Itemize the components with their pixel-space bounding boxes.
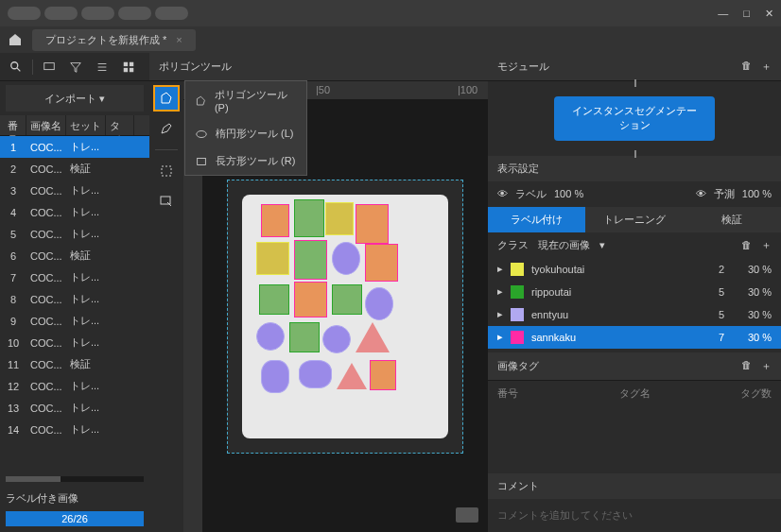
add-icon[interactable]: ＋ [761, 359, 772, 373]
dropdown-icon[interactable]: ▾ [599, 239, 605, 251]
module-label: モジュール [497, 60, 549, 74]
image-row[interactable]: 5COC...トレ... [0, 223, 149, 245]
scrollbar[interactable] [6, 476, 144, 482]
select-tool[interactable] [153, 158, 180, 184]
tag-col-num: 番号 [497, 386, 554, 401]
grid-icon[interactable] [118, 57, 139, 77]
edit-tool[interactable] [153, 115, 180, 142]
tabbar: プロジェクトを新規作成 * × [0, 26, 781, 53]
image-row[interactable]: 6COC...検証 [0, 245, 149, 266]
svg-rect-6 [124, 61, 128, 65]
comment-header: コメント [488, 473, 781, 499]
svg-rect-7 [130, 61, 133, 65]
class-label: クラス [497, 238, 529, 252]
image-row[interactable]: 2COC...検証 [0, 158, 149, 180]
class-row[interactable]: ▸enntyuu530 % [488, 303, 781, 326]
eye-icon[interactable]: 👁 [696, 188, 706, 199]
right-panel: モジュール 🗑 ＋ インスタンスセグメンテーション 表示設定 👁 ラベル 100… [488, 53, 781, 532]
tag-col-cnt: タグ数 [715, 386, 772, 401]
image-row[interactable]: 8COC...トレ... [0, 288, 149, 310]
pred-text: 予測 [714, 187, 735, 201]
keyboard-icon[interactable] [456, 507, 478, 523]
tag-col-name: タグ名 [554, 386, 715, 401]
svg-rect-13 [198, 158, 206, 164]
class-scope[interactable]: 現在の画像 [538, 238, 590, 252]
svg-point-12 [197, 130, 207, 137]
label-pct: 100 % [554, 188, 583, 199]
delete-icon[interactable]: 🗑 [741, 239, 752, 250]
add-icon[interactable]: ＋ [761, 60, 772, 74]
pointer-tool[interactable] [153, 188, 180, 215]
tool-dropdown: ポリゴンツール (P) 楕円形ツール (L) 長方形ツール (R) [184, 80, 307, 176]
image[interactable] [227, 180, 463, 454]
display-settings-header: 表示設定 [488, 156, 781, 181]
image-row[interactable]: 13COC...トレ... [0, 397, 149, 419]
class-row[interactable]: ▸rippoutai530 % [488, 281, 781, 303]
polygon-tool[interactable] [153, 85, 180, 112]
image-row[interactable]: 10COC...トレ... [0, 332, 149, 353]
image-row[interactable]: 12COC...トレ... [0, 375, 149, 397]
titlebar: — □ ✕ [0, 0, 781, 26]
tab-training[interactable]: トレーニング [585, 207, 683, 232]
image-list: 1COC...トレ...2COC...検証3COC...トレ...4COC...… [0, 136, 149, 472]
list-icon[interactable] [92, 57, 113, 77]
progress-bar: 26/26 [6, 511, 144, 526]
svg-rect-10 [162, 166, 171, 176]
tab-close-icon[interactable]: × [176, 34, 182, 45]
tool-name: ポリゴンツール [159, 60, 232, 74]
home-icon[interactable] [8, 32, 23, 47]
delete-icon[interactable]: 🗑 [741, 359, 752, 373]
labeled-images-label: ラベル付き画像 [6, 491, 144, 506]
left-panel: インポート ▾ 番号 画像名 セット タグ 1COC...トレ...2COC..… [0, 53, 149, 532]
comment-input[interactable]: コメントを追加してください [488, 499, 781, 532]
class-row[interactable]: ▸sannkaku730 % [488, 326, 781, 349]
pill [8, 7, 41, 20]
pill [118, 7, 151, 20]
pill [155, 7, 188, 20]
import-button[interactable]: インポート ▾ [6, 85, 144, 112]
tray [242, 195, 448, 438]
col-num[interactable]: 番号 [0, 115, 26, 135]
svg-rect-8 [124, 67, 128, 71]
image-row[interactable]: 3COC...トレ... [0, 180, 149, 201]
image-row[interactable]: 11COC...検証 [0, 353, 149, 375]
pred-pct: 100 % [742, 188, 772, 199]
image-row[interactable]: 7COC...トレ... [0, 266, 149, 288]
class-row[interactable]: ▸tyokuhoutai230 % [488, 258, 781, 281]
filter-icon[interactable] [39, 57, 60, 77]
tab-labeling[interactable]: ラベル付け [488, 207, 585, 232]
image-list-header: 番号 画像名 セット タグ [0, 115, 149, 136]
tab-title: プロジェクトを新規作成 * [45, 33, 166, 47]
minimize-button[interactable]: — [718, 8, 728, 20]
tab-validation[interactable]: 検証 [684, 207, 781, 232]
pill [81, 7, 114, 20]
svg-line-1 [17, 67, 21, 71]
maximize-button[interactable]: □ [743, 8, 750, 20]
dd-rect[interactable]: 長方形ツール (R) [185, 147, 306, 175]
col-name[interactable]: 画像名 [26, 115, 66, 135]
toolbar [149, 81, 183, 532]
dd-polygon[interactable]: ポリゴンツール (P) [185, 81, 306, 120]
col-set[interactable]: セット [66, 115, 106, 135]
search-icon[interactable] [6, 57, 26, 77]
close-button[interactable]: ✕ [765, 8, 773, 20]
svg-rect-2 [44, 62, 55, 69]
image-row[interactable]: 4COC...トレ... [0, 201, 149, 223]
dd-ellipse[interactable]: 楕円形ツール (L) [185, 120, 306, 147]
class-list: ▸tyokuhoutai230 %▸rippoutai530 %▸enntyuu… [488, 258, 781, 349]
delete-icon[interactable]: 🗑 [741, 60, 752, 74]
funnel-icon[interactable] [65, 57, 86, 77]
pill [44, 7, 78, 20]
eye-icon[interactable]: 👁 [497, 188, 508, 199]
col-tag[interactable]: タグ [106, 115, 134, 135]
svg-point-0 [11, 61, 18, 68]
image-row[interactable]: 9COC...トレ... [0, 310, 149, 332]
label-text: ラベル [515, 187, 547, 201]
image-row[interactable]: 14COC...トレ... [0, 419, 149, 440]
svg-rect-9 [130, 67, 133, 71]
project-tab[interactable]: プロジェクトを新規作成 * × [32, 29, 196, 51]
module-chip[interactable]: インスタンスセグメンテーション [554, 96, 715, 141]
image-tag-label: 画像タグ [497, 359, 539, 373]
add-icon[interactable]: ＋ [761, 238, 772, 252]
image-row[interactable]: 1COC...トレ... [0, 136, 149, 158]
